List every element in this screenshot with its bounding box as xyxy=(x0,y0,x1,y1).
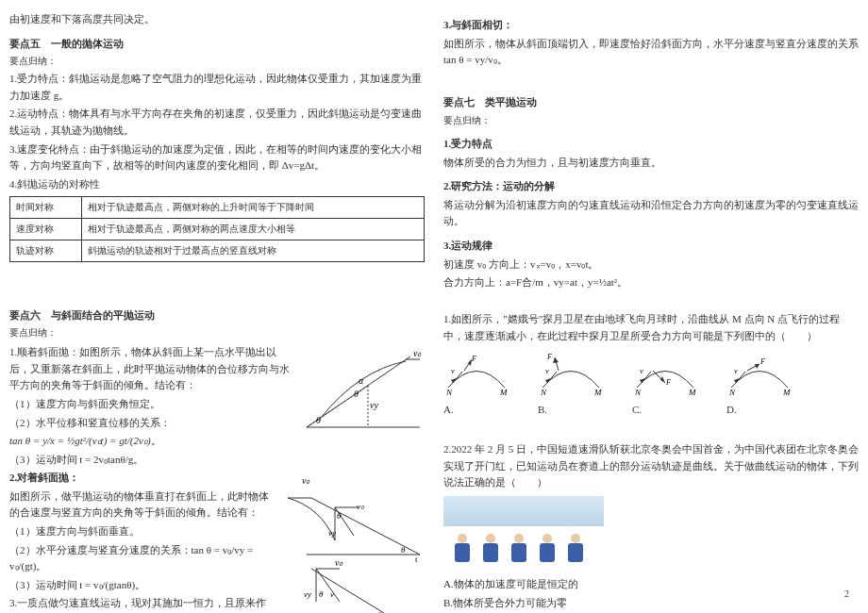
section7-sub: 要点归纳： xyxy=(443,113,859,128)
s5-point2: 2.运动特点：物体具有与水平方向存在夹角的初速度，仅受重力，因此斜抛运动是匀变速… xyxy=(9,106,425,139)
svg-text:θ: θ xyxy=(316,415,321,425)
s6-2-title: 2.对着斜面抛： xyxy=(9,472,79,483)
s7-2t: 2.研究方法：运动的分解 xyxy=(443,178,859,195)
q2-opt-a: A.物体的加速度可能是恒定的 xyxy=(443,576,859,593)
s7-1d: 物体所受的合力为恒力，且与初速度方向垂直。 xyxy=(443,155,859,172)
svg-text:N: N xyxy=(540,388,547,397)
symmetry-table: 时间对称相对于轨迹最高点，两侧对称的上升时间等于下降时间 速度对称相对于轨迹最高… xyxy=(9,196,425,262)
svg-text:v: v xyxy=(734,367,738,375)
arc-diagram-a: N M v F xyxy=(443,350,509,397)
s6-2-desc: 如图所示，做平抛运动的物体垂直打在斜面上，此时物体的合速度与竖直方向的夹角等于斜… xyxy=(9,489,274,522)
s7-1t: 1.受力特点 xyxy=(443,136,859,153)
svg-text:θ: θ xyxy=(337,511,342,521)
svg-text:N: N xyxy=(634,388,642,397)
s6-2-c: （3）运动时间 t = v₀/(gtanθ)。 xyxy=(9,577,274,594)
q1-options: N M v F A. N M v F B xyxy=(443,350,859,419)
s7-3t: 3.运动规律 xyxy=(443,238,859,255)
s5-point3: 3.速度变化特点：由于斜抛运动的加速度为定值，因此，在相等的时间内速度的变化大小… xyxy=(9,141,425,174)
svg-text:v: v xyxy=(545,367,549,375)
q1-opt-d: N M v F D. xyxy=(726,350,793,419)
s6-1-c: （3）运动时间 t = 2v₀tanθ/g。 xyxy=(9,452,292,469)
table-row: 速度对称相对于轨迹最高点，两侧对称的两点速度大小相等 xyxy=(10,219,425,240)
svg-text:v₀: v₀ xyxy=(335,557,343,568)
section6-sub: 要点归纳： xyxy=(9,325,425,340)
q1-opt-c: N M v F C. xyxy=(632,350,698,419)
svg-text:v₀: v₀ xyxy=(413,348,422,358)
svg-line-30 xyxy=(311,569,396,613)
s7-3b: 合力方向上：a=F合/m，vy=at，y=½at²。 xyxy=(443,274,859,291)
q1-opt-b: N M v F B. xyxy=(538,350,604,419)
page-number: 2 xyxy=(844,587,849,602)
s7-3a: 初速度 v₀ 方向上：vₓ=v₀，x=v₀t。 xyxy=(443,257,859,273)
section7-title: 要点七 类平抛运动 xyxy=(443,94,859,111)
s6-3b-title: 3.与斜面相切： xyxy=(443,17,859,34)
svg-text:F: F xyxy=(546,353,552,361)
s6-1-a: （1）速度方向与斜面夹角恒定。 xyxy=(9,396,292,413)
svg-text:vy: vy xyxy=(328,528,336,538)
svg-text:M: M xyxy=(593,388,602,397)
svg-text:vy: vy xyxy=(370,400,378,410)
s5-point1: 1.受力特点：斜抛运动是忽略了空气阻力的理想化运动，因此物体仅受重力，其加速度为… xyxy=(9,71,425,104)
svg-text:θ: θ xyxy=(319,589,324,599)
s7-2d: 将运动分解为沿初速度方向的匀速直线运动和沿恒定合力方向的初速度为零的匀变速直线运… xyxy=(443,197,859,230)
s6-2-a: （1）速度方向与斜面垂直。 xyxy=(9,523,274,540)
svg-text:M: M xyxy=(499,388,508,397)
svg-text:F: F xyxy=(471,355,476,363)
svg-text:v: v xyxy=(451,367,455,375)
section6-title: 要点六 与斜面结合的平抛运动 xyxy=(9,307,425,324)
incline-diagram-1: v₀ θ θ α vy xyxy=(302,342,425,432)
svg-text:v₀: v₀ xyxy=(357,502,364,511)
incline-against-group: 2.对着斜面抛： 如图所示，做平抛运动的物体垂直打在斜面上，此时物体的合速度与竖… xyxy=(9,470,425,613)
question-1: 1.如图所示，"嫦娥号"探月卫星在由地球飞向月球时，沿曲线从 M 点向 N 点飞… xyxy=(443,311,859,344)
s6-3b-desc: 如图所示，物体从斜面顶端切入，即速度恰好沿斜面方向，水平分速度与竖直分速度的关系… xyxy=(443,36,859,69)
intro-text: 由初速度和下落高度共同决定。 xyxy=(9,11,425,28)
incline-along-group: 1.顺着斜面抛：如图所示，物体从斜面上某一点水平抛出以后，又重新落在斜面上，此时… xyxy=(9,342,425,470)
table-row: 时间对称相对于轨迹最高点，两侧对称的上升时间等于下降时间 xyxy=(10,197,425,219)
svg-text:t: t xyxy=(415,555,418,564)
svg-text:θ: θ xyxy=(401,545,406,555)
section5-sub: 要点归纳： xyxy=(9,54,425,69)
s6-1-b: （2）水平位移和竖直位移的关系： xyxy=(9,415,292,432)
table-row: 轨迹对称斜抛运动的轨迹相对于过最高点的竖直线对称 xyxy=(10,240,425,262)
s5-point4: 4.斜抛运动的对称性 xyxy=(9,176,425,193)
question-2: 2.2022 年 2 月 5 日，中国短道速滑队斩获北京冬奥会中国首金，为中国代… xyxy=(443,441,859,491)
svg-text:θ: θ xyxy=(354,389,359,399)
section5-title: 要点五 一般的抛体运动 xyxy=(9,36,425,53)
svg-text:v: v xyxy=(330,589,334,599)
s6-1-formula: tan θ = y/x = ½gt²/(v₀t) = gt/(2v₀)。 xyxy=(9,433,292,450)
svg-text:vy: vy xyxy=(304,589,311,599)
arc-diagram-c: N M v F xyxy=(632,350,698,397)
s6-2-b: （2）水平分速度与竖直分速度的关系：tan θ = v₀/vy = v₀/(gt… xyxy=(9,542,274,575)
s6-1-title: 1.顺着斜面抛：如图所示，物体从斜面上某一点水平抛出以后，又重新落在斜面上，此时… xyxy=(9,344,292,394)
svg-marker-54 xyxy=(660,376,665,383)
skating-photo xyxy=(443,496,604,572)
svg-text:M: M xyxy=(688,388,696,397)
svg-marker-46 xyxy=(553,357,559,363)
svg-text:F: F xyxy=(760,357,765,366)
left-column: 由初速度和下落高度共同决定。 要点五 一般的抛体运动 要点归纳： 1.受力特点：… xyxy=(9,9,425,604)
svg-text:N: N xyxy=(728,388,736,397)
svg-text:M: M xyxy=(782,388,791,397)
svg-text:α: α xyxy=(359,375,364,386)
incline-diagram-2: v₀ v₀ vy θ θ t v₀ vy θ v θ xyxy=(283,470,425,613)
svg-text:F: F xyxy=(665,378,671,387)
svg-text:N: N xyxy=(445,388,453,397)
svg-text:v₀: v₀ xyxy=(302,475,310,486)
q1-opt-a: N M v F A. xyxy=(443,350,509,419)
arc-diagram-d: N M v F xyxy=(726,350,793,397)
q2-opt-b: B.物体所受合外力可能为零 xyxy=(443,595,859,612)
arc-diagram-b: N M v F xyxy=(538,350,604,397)
s6-3: 3.一质点做匀速直线运动，现对其施加一恒力，且原来作用在质点上的力不发 xyxy=(9,595,274,613)
svg-text:v: v xyxy=(640,367,643,375)
right-column: 3.与斜面相切： 如图所示，物体从斜面顶端切入，即速度恰好沿斜面方向，水平分速度… xyxy=(443,9,859,604)
